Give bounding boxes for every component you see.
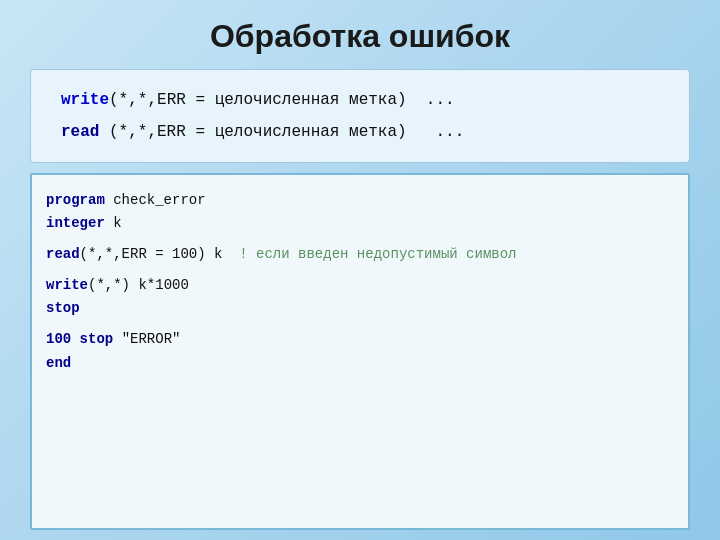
syntax-line2-rest: (*,*,ERR = целочисленная метка) ... [99,123,464,141]
code-blank-3 [46,320,668,328]
slide-title: Обработка ошибок [210,18,510,54]
code-line-7: end [46,352,668,375]
code-box: program check_error integer k read(*,*,E… [30,173,690,530]
title-area: Обработка ошибок [0,0,720,69]
code-line-4: write(*,*) k*1000 [46,274,668,297]
code-line-1: program check_error [46,189,668,212]
code-blank-2 [46,266,668,274]
code-line-2: integer k [46,212,668,235]
code-blank-1 [46,235,668,243]
code-line-3: read(*,*,ERR = 100) k ! если введен недо… [46,243,668,266]
slide: Обработка ошибок write(*,*,ERR = целочис… [0,0,720,540]
syntax-line-1: write(*,*,ERR = целочисленная метка) ... [61,84,669,116]
write-keyword: write [61,91,109,109]
read-keyword: read [61,123,99,141]
syntax-box: write(*,*,ERR = целочисленная метка) ...… [30,69,690,163]
code-line-5: stop [46,297,668,320]
comment-1: ! если введен недопустимый символ [239,246,516,262]
syntax-line-2: read (*,*,ERR = целочисленная метка) ... [61,116,669,148]
code-line-6: 100 stop "ERROR" [46,328,668,351]
syntax-line1-rest: (*,*,ERR = целочисленная метка) ... [109,91,455,109]
